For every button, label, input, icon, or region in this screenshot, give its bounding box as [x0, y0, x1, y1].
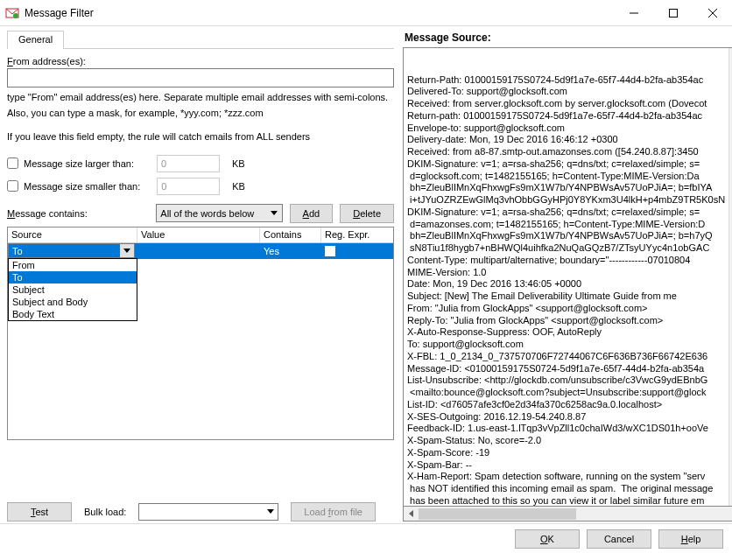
- app-icon: [5, 6, 19, 20]
- from-input[interactable]: [7, 68, 394, 88]
- size-smaller-input: [157, 178, 220, 195]
- delete-button[interactable]: Delete: [340, 204, 394, 223]
- from-help3: If you leave this field empty, the rule …: [7, 130, 394, 143]
- from-help2: Also, you can type a mask, for example, …: [7, 107, 394, 119]
- checkbox-icon: [325, 246, 335, 256]
- cancel-button[interactable]: Cancel: [587, 529, 651, 549]
- title-bar: Message Filter: [0, 0, 732, 26]
- add-button[interactable]: Add: [290, 204, 334, 223]
- table-row[interactable]: To Yes: [8, 243, 393, 259]
- test-button[interactable]: Test: [7, 502, 72, 522]
- window-title: Message Filter: [25, 7, 614, 19]
- col-value[interactable]: Value: [137, 228, 260, 242]
- source-dropdown[interactable]: From To Subject Subject and Body Body Te…: [8, 258, 137, 321]
- tab-general[interactable]: General: [7, 31, 64, 49]
- size-smaller-checkbox[interactable]: [7, 180, 18, 192]
- ok-button[interactable]: OK: [515, 529, 580, 549]
- size-larger-label: Message size larger than:: [24, 158, 134, 169]
- value-cell[interactable]: [137, 250, 260, 252]
- kb-unit-1: KB: [232, 158, 245, 169]
- from-label: From address(es):: [7, 56, 394, 66]
- bulk-load-dropdown[interactable]: [138, 503, 278, 521]
- dropdown-item-subject-body[interactable]: Subject and Body: [9, 296, 137, 308]
- kb-unit-2: KB: [232, 181, 245, 192]
- minimize-button[interactable]: [614, 0, 653, 25]
- conditions-table: Source Value Contains Reg. Expr. To Yes …: [7, 227, 394, 440]
- svg-point-1: [13, 13, 18, 18]
- dropdown-item-subject[interactable]: Subject: [9, 284, 137, 296]
- horizontal-scrollbar[interactable]: [403, 507, 732, 522]
- close-button[interactable]: [693, 0, 732, 25]
- regexpr-cell[interactable]: [321, 245, 393, 257]
- message-source-text[interactable]: Return-Path: 01000159175S0724-5d9f1a7e-6…: [403, 47, 732, 507]
- bulk-load-label: Bulk load:: [84, 507, 126, 517]
- col-regexpr[interactable]: Reg. Expr.: [321, 228, 393, 242]
- dialog-footer: OK Cancel Help: [0, 523, 732, 553]
- chevron-down-icon[interactable]: [120, 244, 134, 257]
- size-larger-checkbox[interactable]: [7, 158, 18, 169]
- dropdown-item-body[interactable]: Body Text: [9, 308, 137, 320]
- load-from-file-button[interactable]: Load from file: [291, 502, 376, 522]
- contains-label: Message contains:: [7, 208, 149, 219]
- col-contains[interactable]: Contains: [260, 228, 321, 242]
- help-button[interactable]: Help: [658, 529, 723, 549]
- svg-rect-3: [669, 9, 677, 17]
- tab-bar: General: [7, 30, 394, 49]
- match-mode-dropdown[interactable]: All of the words below: [156, 204, 282, 222]
- dropdown-item-from[interactable]: From: [9, 259, 137, 271]
- scroll-left-icon[interactable]: [404, 507, 419, 522]
- size-larger-input: [157, 155, 220, 172]
- message-source-title: Message Source:: [403, 30, 732, 47]
- from-help1: type "From" email address(es) here. Sepa…: [7, 91, 394, 103]
- contains-cell[interactable]: Yes: [260, 245, 321, 257]
- dropdown-item-to[interactable]: To: [9, 271, 137, 284]
- size-smaller-label: Message size smaller than:: [24, 181, 140, 192]
- maximize-button[interactable]: [653, 0, 693, 25]
- col-source[interactable]: Source: [8, 228, 137, 242]
- scroll-right-icon[interactable]: [728, 507, 732, 522]
- scrollbar-thumb[interactable]: [419, 508, 576, 520]
- vertical-scrollbar[interactable]: [728, 48, 732, 506]
- source-cell-select[interactable]: To: [8, 243, 135, 258]
